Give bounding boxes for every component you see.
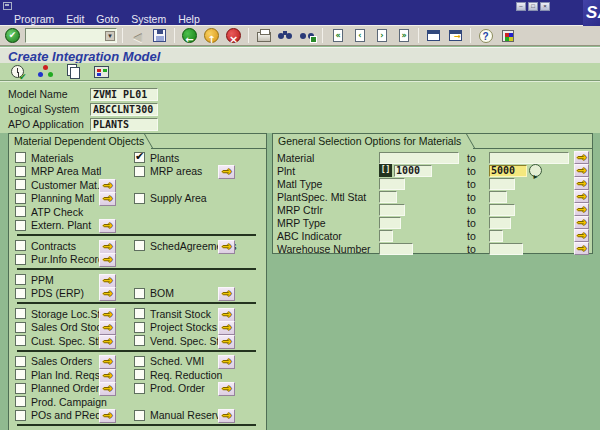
multi-selection-arrow-button[interactable] [99, 274, 116, 288]
command-input[interactable] [27, 30, 105, 41]
multi-selection-arrow-button[interactable] [99, 179, 116, 193]
checkbox-schedagreements[interactable] [134, 240, 145, 251]
checkbox-planned-orders[interactable] [15, 383, 26, 394]
multi-selection-arrow-button[interactable] [99, 219, 116, 233]
checkbox-mrp-areas[interactable] [134, 166, 145, 177]
multi-selection-arrow-button[interactable] [99, 369, 116, 383]
checkbox-sched-vmi[interactable] [134, 356, 145, 367]
dropdown-matchcode-icon[interactable] [529, 164, 542, 177]
mrp-ctrlr-from-input[interactable] [379, 204, 405, 216]
checkbox-sales-orders[interactable] [15, 356, 26, 367]
interval-selection-button[interactable]: [] [379, 164, 392, 177]
last-page-button[interactable] [394, 27, 413, 44]
multi-selection-arrow-button[interactable] [218, 287, 235, 301]
checkbox-bom[interactable] [134, 288, 145, 299]
customize-layout-button[interactable] [498, 27, 517, 44]
previous-page-button[interactable] [350, 27, 369, 44]
first-page-button[interactable] [328, 27, 347, 44]
checkbox-prod-campaign[interactable] [15, 396, 26, 407]
command-history-icon[interactable]: ▾ [105, 31, 115, 41]
checkbox-atp-check[interactable] [15, 206, 26, 217]
warehouse-number-from-input[interactable] [379, 243, 413, 255]
help-button[interactable] [476, 27, 495, 44]
checkbox-sales-ord-stock[interactable] [15, 322, 26, 333]
material-to-input[interactable] [489, 152, 569, 164]
multi-selection-arrow-button[interactable] [574, 203, 589, 216]
menu-edit[interactable]: Edit [66, 13, 92, 25]
menu-help[interactable]: Help [178, 13, 208, 25]
multi-selection-arrow-button[interactable] [574, 190, 589, 203]
find-next-button[interactable] [298, 27, 317, 44]
create-shortcut-button[interactable] [446, 27, 465, 44]
multi-selection-arrow-button[interactable] [574, 151, 589, 164]
checkbox-req-reduction[interactable] [134, 369, 145, 380]
cancel-button[interactable] [224, 27, 243, 44]
multi-selection-arrow-button[interactable] [574, 216, 589, 229]
checkbox-customer-mat[interactable] [15, 179, 26, 190]
menu-system[interactable]: System [131, 13, 174, 25]
model-name-input[interactable] [90, 88, 158, 101]
multi-selection-arrow-button[interactable] [99, 335, 116, 349]
mrp-type-to-input[interactable] [489, 217, 511, 229]
checkbox-materials[interactable] [15, 152, 26, 163]
multi-selection-arrow-button[interactable] [574, 229, 589, 242]
mrp-type-from-input[interactable] [379, 217, 401, 229]
checkbox-supply-area[interactable] [134, 193, 145, 204]
multi-selection-arrow-button[interactable] [99, 321, 116, 335]
plantspec-mtl-stat-from-input[interactable] [379, 191, 397, 203]
enter-button[interactable] [3, 27, 22, 44]
checkbox-plants[interactable] [134, 152, 145, 163]
checkbox-storage-loc-stk[interactable] [15, 308, 26, 319]
maximize-button[interactable]: □ [528, 2, 538, 11]
next-page-button[interactable] [372, 27, 391, 44]
multi-selection-arrow-button[interactable] [99, 308, 116, 322]
multi-selection-arrow-button[interactable] [99, 192, 116, 206]
plnt-from-input[interactable] [394, 165, 432, 177]
plnt-to-input[interactable] [489, 165, 527, 177]
checkbox-ppm[interactable] [15, 274, 26, 285]
back-circle-button[interactable] [180, 27, 199, 44]
mrp-ctrlr-to-input[interactable] [489, 204, 515, 216]
multi-selection-arrow-button[interactable] [99, 287, 116, 301]
copy-model-button[interactable] [62, 64, 84, 80]
multi-selection-arrow-button[interactable] [574, 164, 589, 177]
menu-goto[interactable]: Goto [96, 13, 127, 25]
multi-selection-arrow-button[interactable] [99, 253, 116, 267]
checkbox-planning-matl[interactable] [15, 193, 26, 204]
matl-type-to-input[interactable] [489, 178, 515, 190]
display-log-button[interactable] [90, 64, 112, 80]
multi-selection-arrow-button[interactable] [218, 321, 235, 335]
checkbox-pds-erp[interactable] [15, 288, 26, 299]
checkbox-contracts[interactable] [15, 240, 26, 251]
logical-system-input[interactable] [90, 103, 158, 116]
checkbox-vend-spec-stk[interactable] [134, 335, 145, 346]
material-from-input[interactable] [379, 152, 459, 164]
multi-selection-arrow-button[interactable] [218, 355, 235, 369]
multi-selection-arrow-button[interactable] [218, 382, 235, 396]
checkbox-cust-spec-stk[interactable] [15, 335, 26, 346]
back-button[interactable] [128, 27, 147, 44]
checkbox-prod-order[interactable] [134, 383, 145, 394]
checkbox-manual-reserv[interactable] [134, 410, 145, 421]
checkbox-mrp-area-matl[interactable] [15, 166, 26, 177]
checkbox-plan-ind-reqs[interactable] [15, 369, 26, 380]
multi-selection-arrow-button[interactable] [99, 409, 116, 423]
execute-button[interactable] [6, 64, 28, 80]
warehouse-number-to-input[interactable] [489, 243, 523, 255]
checkbox-extern-plant[interactable] [15, 220, 26, 231]
checkbox-project-stocks[interactable] [134, 322, 145, 333]
checkbox-pos-and-preqs[interactable] [15, 410, 26, 421]
multi-selection-arrow-button[interactable] [574, 177, 589, 190]
multi-selection-arrow-button[interactable] [218, 335, 235, 349]
find-button[interactable] [276, 27, 295, 44]
exit-button[interactable] [202, 27, 221, 44]
matl-type-from-input[interactable] [379, 178, 405, 190]
menu-program[interactable]: Program [14, 13, 62, 25]
multi-selection-arrow-button[interactable] [99, 382, 116, 396]
multi-selection-arrow-button[interactable] [218, 240, 235, 254]
plantspec-mtl-stat-to-input[interactable] [489, 191, 507, 203]
new-session-button[interactable] [424, 27, 443, 44]
system-menu-icon[interactable] [3, 2, 12, 10]
multi-selection-arrow-button[interactable] [99, 355, 116, 369]
checkbox-transit-stock[interactable] [134, 308, 145, 319]
